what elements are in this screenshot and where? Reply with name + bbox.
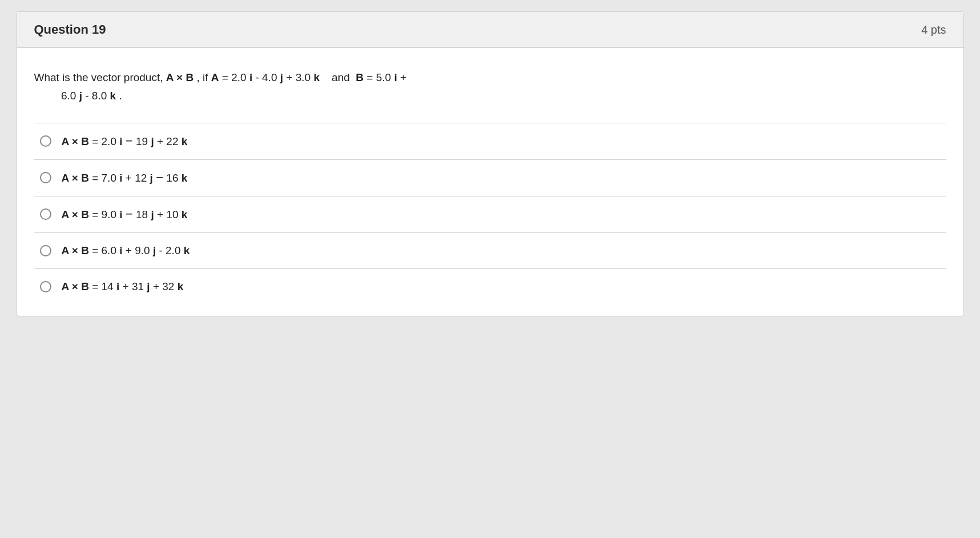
choice-d-label: A × B = 6.0 i + 9.0 j - 2.0 k <box>62 244 190 257</box>
vector-product-label: A × B <box>166 71 193 83</box>
vector-b-label: B <box>356 71 364 83</box>
choices-list: A × B = 2.0 i − 19 j + 22 k A × B = 7.0 … <box>34 123 946 304</box>
question-card: Question 19 4 pts What is the vector pro… <box>17 11 964 316</box>
radio-c[interactable] <box>40 208 51 220</box>
choice-b[interactable]: A × B = 7.0 i + 12 j − 16 k <box>34 160 946 196</box>
vector-a-label: A <box>211 71 219 83</box>
choice-c[interactable]: A × B = 9.0 i − 18 j + 10 k <box>34 196 946 233</box>
question-header: Question 19 4 pts <box>17 12 963 48</box>
choice-b-label: A × B = 7.0 i + 12 j − 16 k <box>62 171 188 184</box>
radio-d[interactable] <box>40 245 51 256</box>
choice-a-label: A × B = 2.0 i − 19 j + 22 k <box>62 135 188 148</box>
choice-c-label: A × B = 9.0 i − 18 j + 10 k <box>62 208 188 221</box>
choice-e[interactable]: A × B = 14 i + 31 j + 32 k <box>34 269 946 304</box>
question-title: Question 19 <box>34 22 106 37</box>
question-points: 4 pts <box>921 23 946 37</box>
question-body: What is the vector product, A × B , if A… <box>17 48 963 316</box>
radio-e[interactable] <box>40 281 51 292</box>
question-text: What is the vector product, A × B , if A… <box>34 69 946 106</box>
choice-d[interactable]: A × B = 6.0 i + 9.0 j - 2.0 k <box>34 233 946 269</box>
choice-a[interactable]: A × B = 2.0 i − 19 j + 22 k <box>34 123 946 160</box>
choice-e-label: A × B = 14 i + 31 j + 32 k <box>62 280 184 293</box>
radio-a[interactable] <box>40 135 51 147</box>
radio-b[interactable] <box>40 172 51 183</box>
